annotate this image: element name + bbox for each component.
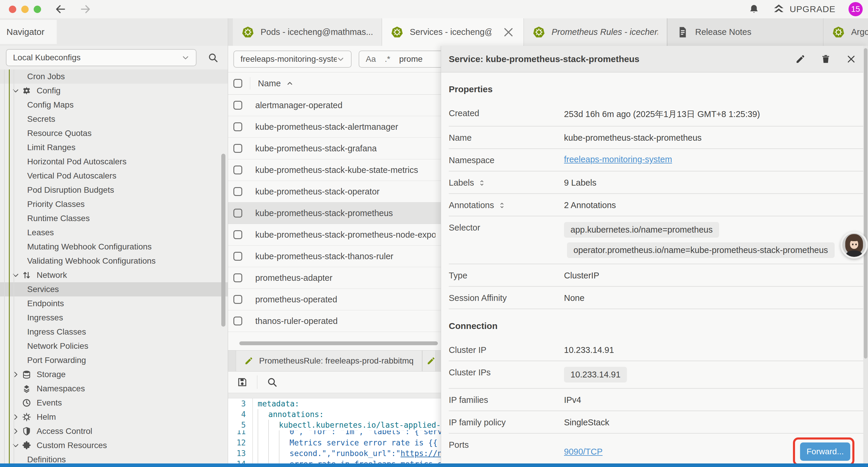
tab-band: Navigator Pods - icecheng@mathmas...Serv… bbox=[0, 18, 868, 46]
sidebar-item-secrets[interactable]: Secrets bbox=[0, 112, 228, 126]
yaml-editor[interactable]: 3metadata:4annotations:5kubectl.kubernet… bbox=[228, 399, 441, 463]
notification-badge[interactable]: 15 bbox=[848, 2, 863, 16]
tab-release-notes[interactable]: Release Notes bbox=[667, 18, 823, 46]
tab-services-icecheng-math[interactable]: Services - icecheng@math... bbox=[382, 18, 524, 46]
sidebar-item-label: Helm bbox=[37, 412, 56, 422]
row-checkbox[interactable] bbox=[234, 317, 242, 325]
back-arrow-icon[interactable] bbox=[55, 3, 66, 15]
forward-button[interactable]: Forward... bbox=[800, 442, 850, 461]
sidebar-item-helm[interactable]: Helm bbox=[0, 410, 228, 424]
avatar[interactable] bbox=[840, 231, 868, 259]
sidebar-item-ingress-classes[interactable]: Ingress Classes bbox=[0, 325, 228, 339]
list-search-input[interactable]: Aa .* prome bbox=[359, 51, 441, 68]
property-row-created: Created253d 16h 6m ago (2025年1月13日 GMT+8… bbox=[449, 102, 863, 126]
value-text: 2 Annotations bbox=[564, 200, 850, 210]
zoom-window-button[interactable] bbox=[34, 6, 41, 13]
table-row-kube-prometheus-stack-grafana[interactable]: kube-prometheus-stack-grafana bbox=[228, 138, 441, 159]
row-checkbox[interactable] bbox=[234, 209, 242, 217]
upgrade-button[interactable]: UPGRADE bbox=[773, 3, 836, 16]
sidebar-item-services[interactable]: Services bbox=[0, 282, 228, 296]
sidebar-item-namespaces[interactable]: Namespaces bbox=[0, 382, 228, 396]
regex-toggle[interactable]: .* bbox=[385, 54, 390, 64]
sidebar-item-endpoints[interactable]: Endpoints bbox=[0, 296, 228, 311]
editor-tab-prometheusrule[interactable]: PrometheusRule: freeleaps-prod-rabbitmq bbox=[236, 351, 422, 371]
sidebar-item-priority-classes[interactable]: Priority Classes bbox=[0, 197, 228, 211]
sidebar-item-limit-ranges[interactable]: Limit Ranges bbox=[0, 140, 228, 154]
edit-icon[interactable] bbox=[795, 54, 805, 64]
value-link-9090-tcp[interactable]: 9090/TCP bbox=[564, 447, 603, 457]
row-checkbox[interactable] bbox=[234, 144, 242, 153]
sidebar-item-network[interactable]: Network bbox=[0, 268, 228, 282]
panel-scrollbar-thumb[interactable] bbox=[864, 48, 867, 358]
sidebar-item-port-forwarding[interactable]: Port Forwarding bbox=[0, 353, 228, 368]
table-row-kube-prometheus-stack-kube-state-metrics[interactable]: kube-prometheus-stack-kube-state-metrics bbox=[228, 159, 441, 181]
sidebar-item-ingresses[interactable]: Ingresses bbox=[0, 311, 228, 325]
table-row-kube-prometheus-stack-alertmanager[interactable]: kube-prometheus-stack-alertmanager bbox=[228, 116, 441, 138]
search-icon[interactable] bbox=[267, 377, 277, 387]
sidebar-item-runtime-classes[interactable]: Runtime Classes bbox=[0, 211, 228, 226]
table-row-kube-prometheus-stack-prometheus-node-expor[interactable]: kube-prometheus-stack-prometheus-node-ex… bbox=[228, 224, 441, 245]
sort-asc-icon[interactable] bbox=[286, 80, 294, 87]
table-row-thanos-ruler-operated[interactable]: thanos-ruler-operated bbox=[228, 310, 441, 332]
delete-icon[interactable] bbox=[821, 54, 831, 64]
table-row-prometheus-operated[interactable]: prometheus-operated bbox=[228, 289, 441, 310]
sidebar-item-cron-jobs[interactable]: Cron Jobs bbox=[0, 69, 228, 84]
sidebar-item-events[interactable]: Events bbox=[0, 396, 228, 410]
row-checkbox[interactable] bbox=[234, 230, 242, 239]
minimize-window-button[interactable] bbox=[21, 6, 29, 13]
chevron-down-icon bbox=[12, 442, 20, 449]
table-row-alertmanager-operated[interactable]: alertmanager-operated bbox=[228, 95, 441, 116]
tab-navigator[interactable]: Navigator bbox=[0, 20, 57, 44]
table-row-kube-prometheus-stack-operator[interactable]: kube-prometheus-stack-operator bbox=[228, 181, 441, 202]
sidebar-scrollbar-thumb[interactable] bbox=[221, 154, 225, 327]
row-checkbox[interactable] bbox=[234, 187, 242, 196]
tab-argo-se[interactable]: Argo Se bbox=[823, 18, 868, 46]
sidebar-item-mutating-webhook-configurations[interactable]: Mutating Webhook Configurations bbox=[0, 240, 228, 254]
resource-tree: Cron JobsConfigConfig MapsSecretsResourc… bbox=[0, 69, 228, 463]
save-icon[interactable] bbox=[237, 377, 248, 387]
select-all-checkbox[interactable] bbox=[234, 79, 242, 88]
forward-arrow-icon[interactable] bbox=[80, 3, 91, 15]
row-checkbox[interactable] bbox=[234, 122, 242, 131]
sidebar-item-vertical-pod-autoscalers[interactable]: Vertical Pod Autoscalers bbox=[0, 169, 228, 183]
close-icon[interactable] bbox=[846, 54, 856, 64]
row-checkbox[interactable] bbox=[234, 295, 242, 304]
value-link-freeleaps-monitoring-system[interactable]: freeleaps-monitoring-system bbox=[564, 154, 672, 164]
table-row-kube-prometheus-stack-thanos-ruler[interactable]: kube-prometheus-stack-thanos-ruler bbox=[228, 245, 441, 267]
sidebar-item-network-policies[interactable]: Network Policies bbox=[0, 339, 228, 353]
search-icon[interactable] bbox=[208, 52, 218, 63]
sidebar-item-resource-quotas[interactable]: Resource Quotas bbox=[0, 126, 228, 140]
close-tab-icon[interactable] bbox=[502, 26, 515, 38]
row-checkbox[interactable] bbox=[234, 101, 242, 110]
expand-updown-icon[interactable] bbox=[498, 202, 506, 209]
match-case-toggle[interactable]: Aa bbox=[366, 54, 376, 64]
sidebar-item-access-control[interactable]: Access Control bbox=[0, 424, 228, 438]
tab-prometheus-rules-icecheng[interactable]: Prometheus Rules - icecheng... bbox=[524, 18, 667, 46]
sidebar-item-validating-webhook-configurations[interactable]: Validating Webhook Configurations bbox=[0, 254, 228, 268]
sidebar-item-config-maps[interactable]: Config Maps bbox=[0, 98, 228, 112]
bell-icon[interactable] bbox=[748, 4, 760, 15]
sidebar-item-custom-resources[interactable]: Custom Resources bbox=[0, 438, 228, 453]
sidebar-item-label: Endpoints bbox=[27, 299, 64, 308]
row-checkbox[interactable] bbox=[234, 252, 242, 261]
kubeconfig-select[interactable]: Local Kubeconfigs bbox=[6, 49, 196, 66]
sidebar-item-pod-disruption-budgets[interactable]: Pod Disruption Budgets bbox=[0, 183, 228, 197]
sidebar-item-horizontal-pod-autoscalers[interactable]: Horizontal Pod Autoscalers bbox=[0, 154, 228, 169]
horizontal-scrollbar-thumb[interactable] bbox=[239, 341, 438, 345]
sidebar-item-storage[interactable]: Storage bbox=[0, 368, 228, 382]
close-window-button[interactable] bbox=[9, 6, 16, 13]
expand-updown-icon[interactable] bbox=[478, 179, 486, 187]
namespace-select[interactable]: freeleaps-monitoring-system bbox=[234, 51, 351, 68]
row-checkbox[interactable] bbox=[234, 166, 242, 174]
table-row-kube-prometheus-stack-prometheus[interactable]: kube-prometheus-stack-prometheus bbox=[228, 202, 441, 224]
tab-pods-icecheng-mathmas[interactable]: Pods - icecheng@mathmas... bbox=[233, 18, 382, 46]
editor-tab-next[interactable] bbox=[422, 351, 436, 371]
sidebar-item-config[interactable]: Config bbox=[0, 84, 228, 98]
table-row-prometheus-adapter[interactable]: prometheus-adapter bbox=[228, 267, 441, 289]
row-checkbox[interactable] bbox=[234, 273, 242, 282]
sidebar-item-leases[interactable]: Leases bbox=[0, 226, 228, 240]
sidebar-item-label: Network Policies bbox=[27, 341, 88, 351]
column-header-name[interactable]: Name bbox=[258, 79, 281, 88]
sidebar-item-definitions[interactable]: Definitions bbox=[0, 453, 228, 463]
editor-link[interactable]: https://net bbox=[401, 448, 441, 459]
